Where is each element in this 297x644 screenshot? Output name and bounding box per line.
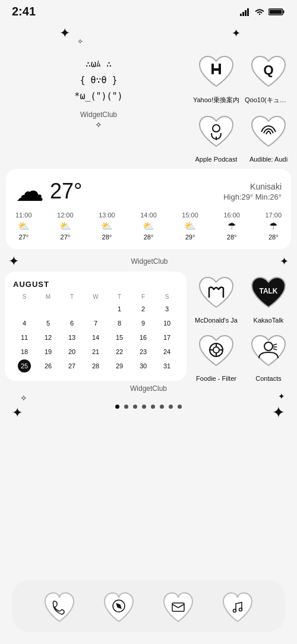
cal-day-16: 16	[137, 331, 150, 344]
app-qoo10[interactable]: Q Qoo10(キューラ	[245, 50, 292, 105]
cal-day-17: 17	[160, 331, 173, 344]
top-sparkles-area: ✦ ✧ ✦	[0, 21, 297, 50]
cal-day-9: 9	[137, 317, 150, 330]
cal-day-5: 5	[42, 317, 55, 330]
app-mcdonalds-label: McDonald's Ja	[195, 317, 238, 324]
forecast-1700: 17:00 ☂ 28°	[265, 211, 282, 241]
cal-header-t1: T	[61, 292, 83, 301]
page-dots	[115, 405, 182, 409]
cal-header-m: M	[37, 292, 59, 301]
signal-icon	[240, 8, 251, 16]
app-mcdonalds[interactable]: McDonald's Ja	[192, 272, 240, 324]
app-audible[interactable]: Audible: Audi	[245, 111, 292, 163]
apps-row-1: Yahoo!乗換案内 Q Qoo10(キューラ	[192, 50, 292, 105]
forecast-1300: 13:00 ⛅ 28°	[99, 211, 115, 241]
bottom-apps: McDonald's Ja TALK KakaoTalk	[192, 272, 292, 382]
heart-svg-contacts	[247, 330, 290, 372]
cal-grid: S M T W T F S 1 2 3 4 5 6 7 8 9 10 11 12	[13, 292, 178, 372]
sparkle-mid: ✧	[95, 120, 102, 130]
cal-day-29: 29	[113, 359, 126, 372]
app-kakao[interactable]: TALK KakaoTalk	[245, 272, 292, 324]
app-contacts-label: Contacts	[255, 375, 281, 382]
dot-7	[169, 405, 173, 409]
cal-day-27: 27	[65, 359, 78, 372]
status-icons	[240, 8, 285, 16]
svg-rect-3	[247, 8, 249, 16]
status-bar: 2:41	[0, 0, 297, 21]
app-audible-label: Audible: Audi	[249, 156, 287, 163]
weather-location: Kunisaki	[223, 182, 282, 191]
top-section: ∴ωﾑ ∴ { θ∵θ } *ω_(")(") WidgetClub ✧ Yah…	[0, 50, 297, 163]
app-foodie-label: Foodie - Filter	[196, 375, 236, 382]
dot-2	[124, 405, 128, 409]
sparkle-bl-2: ✦	[12, 405, 27, 421]
cal-header-t2: T	[108, 292, 131, 301]
cal-day-empty4	[89, 302, 102, 315]
cal-day-25-today: 25	[18, 359, 31, 372]
heart-svg-safari	[101, 588, 137, 624]
cal-header-f: F	[132, 292, 154, 301]
cal-day-24: 24	[160, 345, 173, 358]
sparkle-br-1: ✦	[278, 392, 285, 401]
app-yahoo-label: Yahoo!乗換案内	[193, 96, 239, 105]
weather-cloud-icon: ☁	[15, 177, 44, 206]
heart-svg-music	[220, 588, 255, 624]
app-foodie[interactable]: Foodie - Filter	[192, 330, 240, 382]
kaomoji-label: WidgetClub	[80, 111, 117, 119]
cal-day-15: 15	[113, 331, 126, 344]
heart-svg-kakao: TALK	[247, 272, 290, 314]
sparkle-br: ✦ ✦	[272, 392, 285, 422]
wifi-icon	[254, 8, 265, 16]
weather-forecast: 11:00 ⛅ 27° 12:00 ⛅ 27° 13:00 ⛅ 28° 14:0…	[15, 211, 282, 241]
cal-day-26: 26	[42, 359, 55, 372]
svg-rect-0	[240, 14, 242, 16]
cal-header-w: W	[84, 292, 107, 301]
dock-safari[interactable]	[101, 588, 137, 624]
heart-svg-mcdonalds	[195, 272, 238, 314]
cal-day-31: 31	[160, 359, 173, 372]
cal-day-empty3	[65, 302, 78, 315]
big-star-left: ✦	[8, 254, 19, 269]
bottom-labels-row: WidgetClub	[0, 382, 297, 393]
dock-music[interactable]	[220, 588, 255, 624]
app-contacts[interactable]: Contacts	[245, 330, 292, 382]
heart-svg-qoo10: Q	[247, 50, 290, 93]
dot-3	[133, 405, 137, 409]
svg-rect-1	[242, 12, 244, 16]
cal-day-18: 18	[18, 345, 31, 358]
app-podcast[interactable]: Apple Podcast	[192, 111, 240, 163]
svg-rect-9	[219, 64, 221, 74]
dot-1	[115, 405, 119, 409]
dock	[12, 580, 285, 632]
app-yahoo[interactable]: Yahoo!乗換案内	[192, 50, 240, 105]
svg-text:TALK: TALK	[259, 287, 277, 295]
weather-widget: ☁ 27° Kunisaki High:29° Min:26° 11:00 ⛅ …	[6, 169, 291, 249]
cal-day-4: 4	[18, 317, 31, 330]
forecast-1100: 11:00 ⛅ 27°	[15, 211, 32, 241]
svg-text:Q: Q	[263, 62, 273, 77]
forecast-1600: 16:00 ☂ 28°	[223, 211, 240, 241]
weather-minmax: High:29° Min:26°	[223, 192, 282, 201]
sparkle-1: ✦	[59, 26, 70, 41]
cal-day-empty1	[18, 302, 31, 315]
cal-day-13: 13	[65, 331, 78, 344]
dock-phone[interactable]	[42, 588, 77, 624]
cal-month: AUGUST	[13, 280, 178, 289]
heart-svg-mail	[160, 588, 196, 624]
cal-day-30: 30	[137, 359, 150, 372]
dot-5	[151, 405, 155, 409]
dot-6	[160, 405, 164, 409]
cal-day-7: 7	[89, 317, 102, 330]
page-dots-area: ✧ ✦ ✦ ✦	[0, 396, 297, 412]
widgetclub-header: ✦ WidgetClub ✦	[0, 249, 297, 272]
svg-rect-6	[270, 10, 282, 14]
cal-day-empty2	[42, 302, 55, 315]
dot-8	[178, 405, 182, 409]
svg-rect-2	[245, 10, 247, 16]
heart-svg-yahoo	[195, 50, 238, 93]
forecast-1500: 15:00 ⛅ 29°	[182, 211, 198, 241]
cal-day-22: 22	[113, 345, 126, 358]
dock-mail[interactable]	[160, 588, 196, 624]
apps-right: Yahoo!乗換案内 Q Qoo10(キューラ	[192, 50, 292, 163]
cal-day-10: 10	[160, 317, 173, 330]
